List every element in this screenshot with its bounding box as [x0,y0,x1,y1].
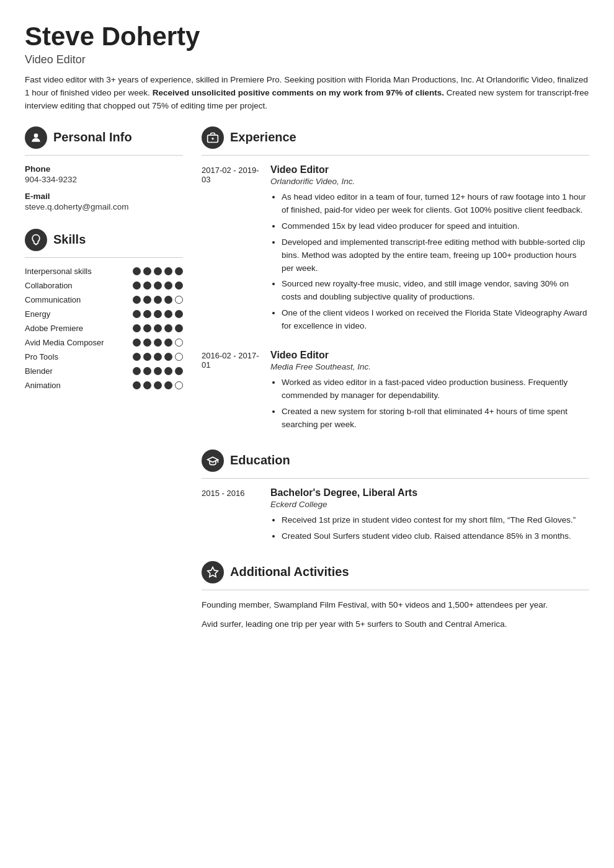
skills-list: Interpersonal skillsCollaborationCommuni… [25,267,183,390]
dot-filled [164,339,172,347]
dot-filled [175,324,183,332]
edu-bullet: Created Soul Surfers student video club.… [282,530,589,543]
exp-bullet: One of the client videos I worked on rec… [282,307,589,333]
candidate-title: Video Editor [25,53,589,66]
education-header: Education [202,450,589,472]
exp-bullet: Commended 15x by lead video producer for… [282,220,589,233]
skill-row: Communication [25,295,183,304]
skill-row: Adobe Premiere [25,324,183,333]
experience-icon [202,126,224,149]
exp-content: Video EditorMedia Free Southeast, Inc.Wo… [270,350,589,435]
edu-content: Bachelor's Degree, Liberal ArtsEckerd Co… [270,487,589,546]
dot-filled [133,324,141,332]
exp-bullets: As head video editor in a team of four, … [270,191,589,333]
dot-filled [143,353,151,361]
education-list: 2015 - 2016Bachelor's Degree, Liberal Ar… [202,487,589,546]
education-icon [202,450,224,472]
skill-row: Pro Tools [25,352,183,361]
exp-content: Video EditorOrlandorific Video, Inc.As h… [270,164,589,336]
dot-filled [154,381,162,389]
dot-filled [143,310,151,318]
skill-dots [133,381,183,389]
dot-filled [164,367,172,375]
experience-item: 2016-02 - 2017-01Video EditorMedia Free … [202,350,589,435]
skill-name: Energy [25,309,133,319]
experience-item: 2017-02 - 2019-03Video EditorOrlandorifi… [202,164,589,336]
skill-name: Adobe Premiere [25,324,133,333]
activity-item: Avid surfer, leading one trip per year w… [202,618,589,631]
exp-bullet: Created a new system for storing b-roll … [282,405,589,432]
edu-row: 2015 - 2016Bachelor's Degree, Liberal Ar… [202,487,589,546]
dot-filled [164,267,172,275]
personal-info-icon [25,126,47,149]
phone-label: Phone [25,164,183,174]
dot-filled [143,324,151,332]
activities-list: Founding member, Swampland Film Festival… [202,599,589,631]
dot-filled [154,267,162,275]
exp-bullets: Worked as video editor in a fast-paced v… [270,376,589,432]
activities-divider [202,590,589,590]
dot-filled [154,324,162,332]
experience-header: Experience [202,126,589,149]
activities-section: Additional Activities Founding member, S… [202,561,589,631]
dot-filled [175,267,183,275]
dot-filled [133,310,141,318]
skill-name: Communication [25,295,133,304]
dot-filled [154,339,162,347]
skills-section: Skills Interpersonal skillsCollaboration… [25,229,183,390]
dot-filled [175,367,183,375]
personal-info-title: Personal Info [53,130,132,144]
summary-text: Fast video editor with 3+ years of exper… [25,74,589,113]
dot-filled [164,296,172,304]
dot-filled [133,267,141,275]
skill-row: Animation [25,381,183,390]
exp-company: Orlandorific Video, Inc. [270,177,589,186]
personal-info-divider [25,155,183,156]
dot-filled [164,324,172,332]
skills-divider [25,257,183,258]
personal-info-header: Personal Info [25,126,183,149]
experience-title: Experience [230,130,296,144]
skill-row: Interpersonal skills [25,267,183,276]
personal-info-section: Personal Info Phone 904-334-9232 E-mail … [25,126,183,211]
activities-header: Additional Activities [202,561,589,583]
skill-dots [133,281,183,290]
exp-company: Media Free Southeast, Inc. [270,362,589,371]
skill-row: Energy [25,309,183,319]
candidate-name: Steve Doherty [25,22,589,51]
activities-icon [202,561,224,583]
dot-filled [143,367,151,375]
exp-dates: 2016-02 - 2017-01 [202,350,260,435]
skill-row: Blender [25,366,183,376]
edu-bullets: Received 1st prize in student video cont… [270,514,589,543]
dot-filled [143,381,151,389]
skill-dots [133,324,183,332]
skill-row: Avid Media Composer [25,338,183,347]
header: Steve Doherty Video Editor Fast video ed… [25,22,589,113]
dot-filled [175,310,183,318]
activity-item: Founding member, Swampland Film Festival… [202,599,589,612]
main-layout: Personal Info Phone 904-334-9232 E-mail … [25,126,589,646]
dot-filled [154,281,162,290]
dot-filled [143,267,151,275]
skill-dots [133,267,183,275]
left-column: Personal Info Phone 904-334-9232 E-mail … [25,126,183,395]
skill-name: Avid Media Composer [25,338,133,347]
edu-school: Eckerd College [270,500,589,509]
education-divider [202,478,589,479]
dot-filled [154,367,162,375]
experience-list: 2017-02 - 2019-03Video EditorOrlandorifi… [202,164,589,435]
dot-filled [143,281,151,290]
dot-empty [175,353,183,361]
exp-bullet: As head video editor in a team of four, … [282,191,589,217]
skill-dots [133,353,183,361]
edu-dates: 2015 - 2016 [202,487,260,546]
exp-bullet: Sourced new royalty-free music, video, a… [282,278,589,304]
dot-filled [133,339,141,347]
dot-filled [164,353,172,361]
dot-filled [143,339,151,347]
skill-name: Collaboration [25,281,133,290]
skill-dots [133,310,183,318]
dot-empty [175,339,183,347]
skill-name: Blender [25,366,133,376]
